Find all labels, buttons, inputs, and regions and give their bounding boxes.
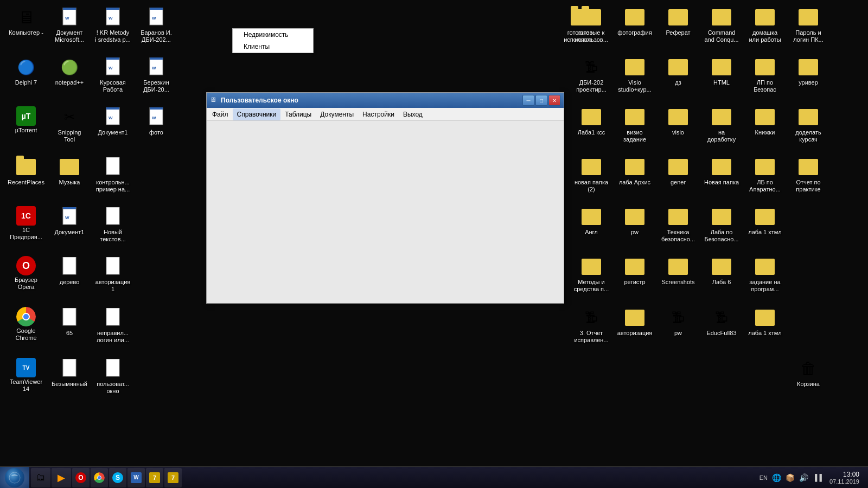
- ri-laba1-html[interactable]: лаба 1 хтмл: [743, 204, 787, 238]
- ri-metody-sredstva[interactable]: Методы исредства п...: [570, 254, 613, 295]
- ri-novaya-papka[interactable]: Новая папка: [700, 154, 743, 188]
- svg-rect-16: [106, 107, 119, 110]
- menu-settings[interactable]: Настройки: [358, 108, 399, 120]
- ri-gotovye[interactable]: готовые киспользов...: [570, 4, 613, 46]
- taskbar-7zip1[interactable]: 7: [146, 468, 163, 487]
- ri-lp-bezopas[interactable]: ЛП поБезопас: [743, 54, 787, 95]
- desktop-icon-snipping[interactable]: ✂ SnippingTool: [48, 104, 91, 145]
- desktop-icon-opera[interactable]: O БраузерOpera: [4, 254, 48, 293]
- ri-registr[interactable]: регистр: [613, 254, 656, 288]
- ri-tehnika[interactable]: Техникабезопасно...: [656, 204, 700, 245]
- desktop-icon-kursovaya[interactable]: W КурсоваяРабота: [91, 54, 135, 95]
- ri-pw[interactable]: pw: [613, 204, 656, 238]
- desktop-icon-berezkin[interactable]: W БерезкинДБИ-20...: [135, 54, 178, 95]
- ri-laba6[interactable]: Лаба 6: [700, 254, 743, 288]
- window-titlebar[interactable]: 🖥 Пользовательское окно ─ □ ✕: [207, 93, 564, 108]
- ri-command[interactable]: Commandand Conqu...: [700, 4, 743, 46]
- desktop-icon-notepadpp[interactable]: 🟢 notepad++: [48, 54, 91, 88]
- svg-text:W: W: [108, 16, 113, 21]
- desktop: 🖥 Компьютер - W ДокументMicrosoft... W !…: [0, 0, 868, 466]
- ri-visio[interactable]: visio: [656, 104, 700, 138]
- ri-parol[interactable]: Пароль илогин ПК...: [787, 4, 830, 46]
- ri-fotografiya[interactable]: фотография: [613, 4, 656, 38]
- desktop-icon-delphi7[interactable]: 🔵 Delphi 7: [4, 54, 48, 88]
- ri-gener[interactable]: gener: [656, 154, 700, 188]
- menu-exit[interactable]: Выход: [399, 108, 427, 120]
- desktop-icon-kr-metod[interactable]: W ! KR Metodyi sredstva p...: [91, 4, 135, 46]
- ri-laba-arxis[interactable]: лаба Архис: [613, 154, 656, 188]
- ri-knizhki[interactable]: Книжки: [743, 104, 787, 138]
- ri-laba1-kss[interactable]: Лаба1 ксс: [570, 104, 613, 138]
- ri-screenshots[interactable]: Screenshots: [656, 254, 700, 288]
- desktop-icon-baranov[interactable]: W Баранов И.ДБИ-202...: [135, 4, 178, 46]
- ri-angl[interactable]: Англ: [570, 204, 613, 238]
- desktop-icon-google-chrome[interactable]: Google Chrome: [4, 305, 48, 344]
- svg-rect-31: [106, 359, 119, 376]
- ri-korzina[interactable]: 🗑 Корзина: [787, 356, 830, 390]
- taskbar-media[interactable]: ▶: [52, 468, 71, 487]
- menu-file[interactable]: Файл: [208, 108, 233, 120]
- svg-text:W: W: [65, 16, 69, 21]
- desktop-icon-bezymyanny[interactable]: Безымянный: [48, 356, 91, 390]
- desktop-icon-avtorizaciya1[interactable]: авторизация1: [91, 254, 135, 295]
- ri-dz[interactable]: дз: [656, 54, 700, 88]
- menu-references[interactable]: Справочники: [233, 108, 281, 120]
- word-icon: W: [131, 472, 142, 483]
- start-button[interactable]: [0, 467, 29, 489]
- desktop-icon-65[interactable]: 65: [48, 305, 91, 339]
- taskbar-chrome[interactable]: [91, 468, 108, 487]
- desktop-icon-derevo[interactable]: дерево: [48, 254, 91, 288]
- ri-html[interactable]: HTML: [700, 54, 743, 88]
- ri-zadanie-prog[interactable]: задание напрограм...: [743, 254, 787, 295]
- taskbar-7zip2[interactable]: 7: [164, 468, 182, 487]
- menu-tables[interactable]: Таблицы: [280, 108, 316, 120]
- desktop-icon-doc2[interactable]: W Документ1: [48, 204, 91, 238]
- ri-vizo-zadanie[interactable]: визиозадание: [613, 104, 656, 145]
- ri-domashka[interactable]: домашкаили работы: [743, 4, 787, 46]
- explorer-icon: 🗂: [34, 471, 47, 484]
- ri-lb-aparatn[interactable]: ЛБ поАпаратно...: [743, 154, 787, 195]
- opera-taskbar-icon: O: [75, 472, 86, 483]
- ri-dbi202[interactable]: 🗜 ДБИ-202проектир...: [570, 54, 613, 95]
- desktop-icon-ms-doc1[interactable]: W ДокументMicrosoft...: [48, 4, 91, 46]
- desktop-icon-kontrol[interactable]: контрольн...пример на...: [91, 154, 135, 195]
- desktop-icon-new-txt[interactable]: Новыйтекстов...: [91, 204, 135, 245]
- ri-educfull83[interactable]: 🗜 EducFull83: [700, 305, 743, 339]
- desktop-icon-teamviewer[interactable]: TV TeamViewer14: [4, 356, 48, 395]
- ri-uriver[interactable]: уривер: [787, 54, 830, 88]
- desktop-icon-music[interactable]: Музыка: [48, 154, 91, 188]
- desktop-icon-nepravil[interactable]: неправил...логин или...: [91, 305, 135, 346]
- desktop-icon-1c[interactable]: 1С 1СПредприя...: [4, 204, 48, 243]
- close-button[interactable]: ✕: [548, 95, 560, 106]
- app-window: 🖥 Пользовательское окно ─ □ ✕ Файл Справ…: [206, 92, 564, 304]
- minimize-button[interactable]: ─: [522, 95, 534, 106]
- desktop-icon-polzovatel[interactable]: пользоват...окно: [91, 356, 135, 397]
- svg-rect-26: [63, 257, 76, 274]
- ri-otchet3[interactable]: 🗜 3. Отчетисправлен...: [570, 305, 613, 346]
- desktop-icon-recentplaces[interactable]: RecentPlaces: [4, 154, 48, 188]
- ri-referat[interactable]: Реферат: [656, 4, 700, 38]
- ri-pw2[interactable]: 🗜 pw: [656, 305, 700, 339]
- desktop-icon-doc1[interactable]: W Документ1: [91, 104, 135, 138]
- ri-novaya-papka2[interactable]: новая папка(2): [570, 154, 613, 195]
- desktop-icon-computer[interactable]: 🖥 Компьютер -: [4, 4, 48, 38]
- ri-laba-bezopasno[interactable]: Лаба поБезопасно...: [700, 204, 743, 245]
- window-content-area: [207, 121, 564, 303]
- taskbar-skype[interactable]: S: [109, 468, 126, 487]
- menu-documents[interactable]: Документы: [316, 108, 358, 120]
- ri-dodelat[interactable]: доделатькурсач: [787, 104, 830, 145]
- taskbar-opera[interactable]: O: [72, 468, 90, 487]
- ri-laba1-html2[interactable]: лаба 1 хтмл: [743, 305, 787, 339]
- taskbar-word[interactable]: W: [127, 468, 145, 487]
- desktop-icon-utorrent[interactable]: µT µTorrent: [4, 104, 48, 136]
- dropdown-item-realty[interactable]: Недвижимость: [233, 29, 313, 41]
- ri-avtorizaciya2[interactable]: авторизация: [613, 305, 656, 339]
- ri-na-dorabotku[interactable]: надоработку: [700, 104, 743, 145]
- svg-text:W: W: [108, 115, 113, 120]
- maximize-button[interactable]: □: [535, 95, 547, 106]
- desktop-icon-foto[interactable]: W фото: [135, 104, 178, 138]
- dropdown-item-clients[interactable]: Клиенты: [233, 41, 313, 53]
- ri-otchet-praktike[interactable]: Отчет попрактике: [787, 154, 830, 195]
- ri-visio-studio[interactable]: Visiostudio+кур...: [613, 54, 656, 95]
- taskbar-explorer[interactable]: 🗂: [31, 468, 50, 487]
